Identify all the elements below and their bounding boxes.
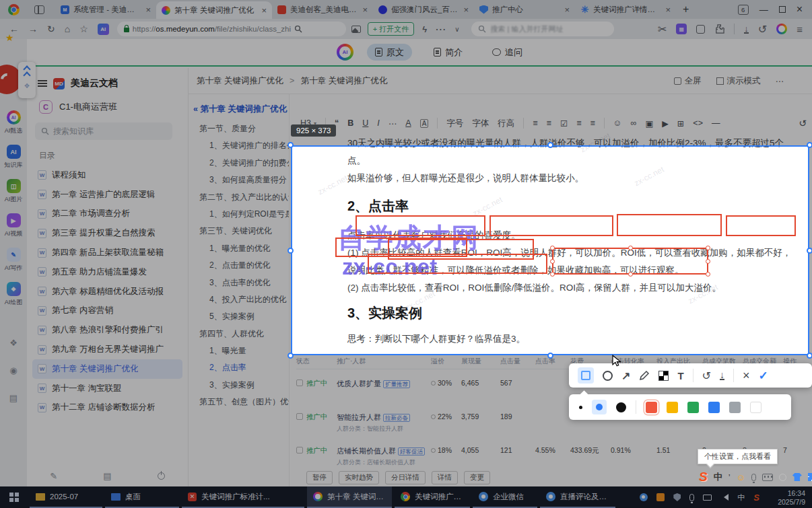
capture-handle[interactable]	[547, 353, 553, 359]
chevron-down-icon[interactable]: ∨	[454, 26, 459, 33]
tray-ime-language[interactable]: 中	[737, 493, 745, 503]
collapse-icon[interactable]: «	[193, 104, 198, 114]
undo-button[interactable]: ↺	[799, 118, 807, 129]
annotation-rect[interactable]	[356, 215, 485, 236]
rail-item-ai-drawing[interactable]: ❖ AI绘图	[0, 282, 27, 307]
hamburger-menu-icon[interactable]	[38, 80, 47, 87]
col-header[interactable]: 点击率	[535, 357, 570, 366]
doc-item[interactable]: W第十一章 淘宝联盟	[32, 379, 182, 398]
resize-handle[interactable]	[550, 259, 555, 264]
font-family-select[interactable]: 字体	[472, 118, 489, 129]
taskbar-item-folder[interactable]: 2025-07	[30, 486, 102, 508]
cancel-capture-button[interactable]: ×	[743, 369, 750, 383]
tab-close-icon[interactable]: ×	[665, 5, 671, 15]
breadcrumb-current[interactable]: 第十章 关键词推广优化	[301, 76, 387, 85]
tab-ask-followup[interactable]: 追问	[484, 44, 531, 61]
screenshot-scissors-icon[interactable]: ✂	[658, 23, 667, 36]
divider-button[interactable]: —	[712, 118, 720, 128]
sogou-logo-icon[interactable]: S	[699, 470, 708, 484]
open-file-button[interactable]: + 打开文件	[368, 22, 414, 36]
history-icon[interactable]: ↺	[758, 23, 767, 36]
tab-system-admin[interactable]: M 系统管理 - 美迪云管理 ×	[55, 0, 156, 19]
annotation-rect[interactable]	[617, 214, 722, 236]
taskbar-item-chapter-doc[interactable]: 第十章 关键词推广...	[307, 486, 392, 508]
resize-handle[interactable]	[550, 246, 555, 250]
tab-count-badge[interactable]: 6	[738, 5, 749, 15]
extensions-puzzle-icon[interactable]	[714, 24, 724, 34]
doc-item[interactable]: W第十二章 店铺诊断数据分析	[32, 398, 182, 418]
knowledge-search-box[interactable]	[35, 122, 172, 140]
capture-handle[interactable]	[547, 142, 553, 148]
taskbar-clock[interactable]: 16:34 2025/7/9	[778, 489, 805, 506]
doc-item[interactable]: W第八章 热浪引擎和付费推广引	[32, 320, 182, 340]
rail-item-ai-select[interactable]: AI AI甄选	[0, 110, 27, 135]
outline-title[interactable]: « 第十章 关键词推广优化	[189, 94, 289, 120]
address-bar[interactable]: https://os.medeyun.com/file/zhishiku/cla…	[117, 22, 346, 36]
link-button[interactable]: ∞	[630, 118, 636, 128]
row-checkbox[interactable]	[296, 447, 303, 453]
taskbar-item-desktop[interactable]: 桌面	[105, 486, 179, 508]
confirm-capture-button[interactable]: ✓	[759, 369, 768, 383]
tab-promo-center[interactable]: 推广中心 ×	[474, 0, 575, 19]
tab-baidu-search[interactable]: 倔强澳门风云_百度搜索 ×	[373, 0, 474, 19]
fullscreen-button[interactable]: 全屏	[674, 75, 702, 87]
outline-item[interactable]: 第二节、投入产出比的认识	[189, 189, 289, 206]
code-button[interactable]: <>	[693, 118, 703, 128]
align-button[interactable]: ≡	[576, 118, 581, 128]
capture-handle[interactable]	[287, 142, 294, 148]
doc-item[interactable]: W第三章 提升权重之自然搜索	[32, 223, 182, 243]
annotation-rect[interactable]	[368, 254, 547, 274]
resize-handle[interactable]	[628, 246, 633, 250]
capture-handle[interactable]	[287, 353, 294, 359]
checklist-button[interactable]: ☑	[560, 118, 568, 129]
outline-item[interactable]: 2、关键词推广的扣费公式	[189, 155, 289, 172]
ime-toolbox-icon[interactable]	[808, 473, 812, 481]
line-height-select[interactable]: 行高	[498, 118, 514, 129]
split-view-icon[interactable]	[34, 5, 44, 14]
ime-skin-icon[interactable]	[792, 473, 802, 481]
capture-handle[interactable]	[287, 248, 294, 254]
outline-item[interactable]: 5、实操案例	[189, 308, 289, 325]
menu-icon[interactable]: ≡	[797, 24, 803, 35]
doc-item-selected[interactable]: W第十章 关键词推广优化	[32, 359, 182, 379]
undo-tool[interactable]: ↺	[702, 369, 711, 382]
doc-item[interactable]: W第二章 市场调查分析	[32, 205, 182, 224]
row-checkbox[interactable]	[296, 379, 303, 386]
knowledge-search-input[interactable]	[53, 126, 154, 136]
daily-detail-button[interactable]: 分日详情	[385, 471, 426, 484]
tab-keyword-detail[interactable]: ✳ 关键词推广详情页_万相 ×	[575, 0, 676, 19]
capture-handle[interactable]	[807, 248, 812, 254]
audience-name[interactable]: 智能拉升人群	[337, 413, 381, 421]
close-icon[interactable]: ×	[797, 3, 803, 15]
breadcrumb-parent[interactable]: 第十章 关键词推广优化	[197, 76, 283, 85]
tab-close-icon[interactable]: ×	[564, 5, 570, 15]
outline-item[interactable]: 1、曝光量	[189, 342, 289, 359]
record-icon[interactable]: ◉	[0, 365, 27, 375]
outline-item[interactable]: 3、如何提高质量得分	[189, 172, 289, 188]
stroke-size-small[interactable]	[579, 406, 582, 409]
row-checkbox[interactable]	[296, 413, 303, 420]
col-header[interactable]: 推广·人群	[337, 357, 431, 366]
doc-item[interactable]: W第七章 内容营销	[32, 301, 182, 321]
more-tools-icon[interactable]: ⋯	[435, 23, 446, 36]
color-white[interactable]	[750, 402, 762, 413]
maximize-icon[interactable]	[779, 6, 786, 13]
downloads-icon[interactable]: ↓	[744, 25, 749, 34]
color-green[interactable]	[687, 402, 699, 413]
outline-item[interactable]: 1、关键词推广的排名公式	[189, 137, 289, 154]
outline-item[interactable]: 4、投入产出比的优化（观察7天/15...	[189, 291, 289, 308]
color-red-selected[interactable]	[646, 402, 657, 413]
doc-item[interactable]: W第九章 万相台无界关键词推广	[32, 340, 182, 359]
resize-handle[interactable]	[706, 272, 710, 277]
ai-extension-icon[interactable]: AI	[98, 24, 109, 35]
mosaic-tool[interactable]	[658, 371, 669, 381]
ime-language-toggle[interactable]: 中	[714, 471, 722, 483]
course-selector[interactable]: C C1-电商运营班	[27, 89, 188, 114]
outline-item-active[interactable]: 2、点击率	[189, 359, 289, 376]
tray-sogou-icon[interactable]: S	[753, 493, 759, 503]
tab-summary[interactable]: 简介	[426, 44, 471, 61]
pause-button[interactable]: 暂停	[306, 471, 333, 484]
capture-handle[interactable]	[807, 142, 812, 148]
color-blue[interactable]	[708, 402, 720, 413]
omni-search-box[interactable]: 搜索 | 输入并打开网址	[471, 22, 614, 36]
